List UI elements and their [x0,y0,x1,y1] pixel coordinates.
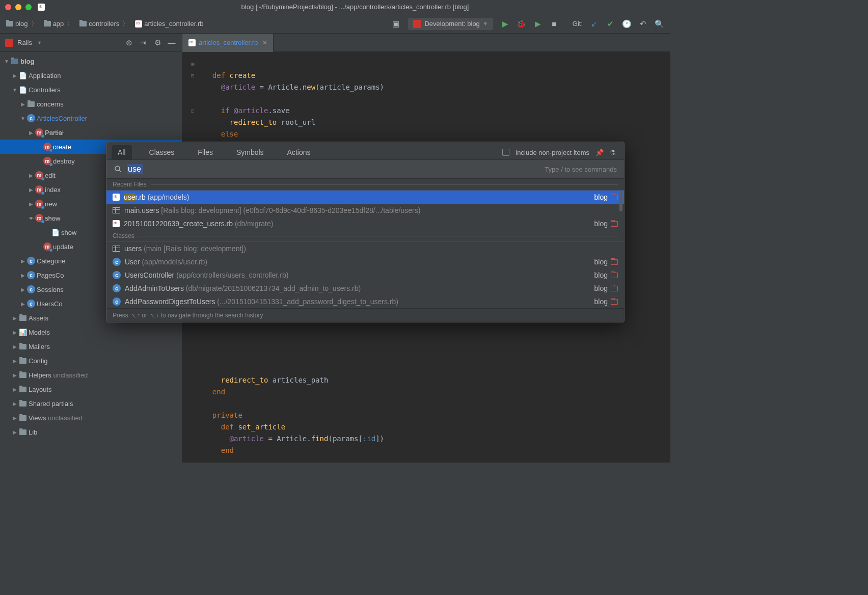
tree-views[interactable]: ▶Views unclassified [0,411,182,425]
search-tab-classes[interactable]: Classes [143,145,181,159]
include-non-project-label: Include non-project items [516,149,589,156]
search-icon [114,165,123,174]
search-everywhere-icon[interactable]: 🔍 [652,17,666,31]
folder-icon [44,21,51,26]
fold-icon[interactable]: ⊟ [182,70,203,82]
build-icon[interactable]: ▣ [389,17,403,31]
tree-layouts[interactable]: ▶Layouts [0,382,182,396]
folder-open-icon [611,286,618,291]
folder-open-icon [611,299,618,305]
vcs-history-icon[interactable]: 🕐 [619,17,634,31]
tree-models[interactable]: ▶📊Models [0,325,182,339]
tree-root[interactable]: ▼blog [0,54,182,68]
settings-icon[interactable]: ⚙ [152,38,162,47]
svg-line-1 [119,170,121,172]
search-result[interactable]: User (app/models/user.rb) blog [106,255,624,268]
breadcrumb-blog[interactable]: blog〉 [4,18,41,30]
search-result[interactable]: AddPasswordDigestToUsers (.../2015100415… [106,295,624,308]
folder-open-icon [611,221,618,227]
tree-shared-partials[interactable]: ▶Shared partials [0,396,182,411]
ruby-file-icon [188,39,196,46]
debug-icon[interactable]: 🐞 [514,17,529,31]
hide-icon[interactable]: — [167,38,177,47]
breadcrumb-file[interactable]: articles_controller.rb [133,19,205,29]
folder-open-icon [611,195,618,200]
ruby-file-icon [113,194,120,201]
tree-partial[interactable]: ▶Partial [0,125,182,140]
window-controls [5,4,32,10]
sidebar-title[interactable]: Rails▼ [17,39,120,46]
search-result[interactable]: users (main [Rails blog: development]) [106,242,624,255]
search-tab-symbols[interactable]: Symbols [230,145,270,159]
breadcrumb-label: blog [15,20,28,28]
search-tab-actions[interactable]: Actions [281,145,317,159]
tree-lib[interactable]: ▶Lib [0,425,182,439]
coverage-icon[interactable]: ▶ [531,17,545,31]
close-icon[interactable]: × [263,39,267,46]
rails-icon [5,39,13,47]
run-icon[interactable]: ▶ [498,17,512,31]
maximize-window[interactable] [25,4,32,10]
search-result[interactable]: UsersController (app/controllers/users_c… [106,268,624,282]
breadcrumb[interactable]: blog〉 app〉 controllers〉 articles_control… [4,18,206,30]
breadcrumb-label: controllers [89,20,119,28]
section-recent-files: Recent Files [106,179,624,191]
close-window[interactable] [5,4,11,10]
tree-mailers[interactable]: ▶Mailers [0,339,182,354]
tree-config[interactable]: ▶Config [0,354,182,368]
tree-articles-controller[interactable]: ▼ArticlesController [0,111,182,125]
search-everywhere-popup: All Classes Files Symbols Actions Includ… [106,142,625,322]
rails-icon [413,20,421,28]
vcs-commit-icon[interactable]: ✔ [603,17,617,31]
search-result[interactable]: 20151001220639_create_users.rb (db/migra… [106,217,624,230]
folder-icon [79,21,87,26]
folder-open-icon [611,259,618,265]
collapse-icon[interactable]: ⇥ [138,38,148,47]
editor-tabs: articles_controller.rb × [182,34,670,52]
folder-open-icon [611,273,618,278]
editor-tab-active[interactable]: articles_controller.rb × [182,34,274,52]
ruby-file-icon [113,220,120,227]
search-result[interactable]: AddAdminToUsers (db/migrate/201510062137… [106,282,624,295]
breadcrumb-label: app [53,20,64,28]
search-input-row: Type / to see commands [106,159,624,179]
git-label: Git: [573,20,583,28]
breadcrumb-app[interactable]: app〉 [42,18,77,30]
titlebar: blog [~/RubymineProjects/blog] - .../app… [0,0,670,14]
stop-icon[interactable]: ■ [547,17,561,31]
sidebar-header: Rails▼ ⊕ ⇥ ⚙ — [0,34,182,52]
gutter: ▣ ⊟ ⊟ [182,58,203,128]
breadcrumb-controllers[interactable]: controllers〉 [77,18,132,30]
folder-icon [6,21,13,26]
section-classes: Classes [106,230,624,242]
tree-application[interactable]: ▶📄Application [0,68,182,83]
search-hint: Type / to see commands [545,166,617,173]
minimize-window[interactable] [15,4,21,10]
scrollbar[interactable] [619,191,622,211]
locate-icon[interactable]: ⊕ [124,38,134,47]
gutter-icon[interactable]: ▣ [182,58,203,70]
search-input[interactable] [127,164,143,174]
search-result[interactable]: user.rb (app/models) blog [106,191,624,204]
fold-icon[interactable]: ⊟ [182,105,203,117]
run-config-label: Development: blog [424,20,479,28]
tree-controllers[interactable]: ▼📄Controllers [0,83,182,97]
table-icon [113,207,120,213]
tree-concerns[interactable]: ▶concerns [0,97,182,111]
filter-icon[interactable]: ⚗ [610,149,616,156]
toolbar: blog〉 app〉 controllers〉 articles_control… [0,14,670,34]
search-tab-files[interactable]: Files [192,145,219,159]
class-icon [113,298,121,306]
search-tab-all[interactable]: All [112,145,132,159]
window-title: blog [~/RubymineProjects/blog] - .../app… [45,3,665,11]
svg-point-0 [115,166,120,171]
include-non-project-checkbox[interactable] [502,149,509,156]
tree-helpers[interactable]: ▶Helpers unclassified [0,368,182,382]
pin-icon[interactable]: 📌 [595,149,604,156]
class-icon [113,284,121,292]
breadcrumb-label: articles_controller.rb [144,20,203,28]
vcs-revert-icon[interactable]: ↶ [636,17,650,31]
vcs-update-icon[interactable]: ↙ [587,17,601,31]
search-result[interactable]: main.users [Rails blog: development] (e0… [106,204,624,217]
run-configuration-selector[interactable]: Development: blog ▼ [408,18,493,30]
